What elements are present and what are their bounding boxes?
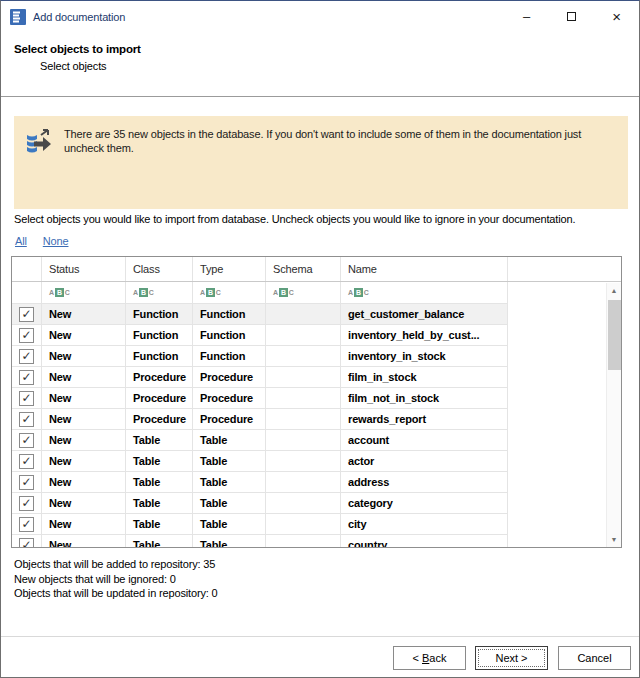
cell-schema	[266, 409, 341, 430]
cell-name: address	[341, 472, 508, 493]
cell-schema	[266, 493, 341, 514]
cell-type: Table	[193, 472, 266, 493]
cell-status: New	[42, 346, 126, 367]
row-checkbox[interactable]: ✓	[19, 454, 34, 469]
cell-schema	[266, 304, 341, 325]
cell-class: Procedure	[126, 388, 193, 409]
abc-filter-icon: ABC	[133, 288, 154, 297]
maximize-button[interactable]	[549, 1, 594, 32]
filter-type[interactable]: ABC	[193, 282, 266, 304]
scroll-down-button[interactable]: ▼	[607, 532, 621, 547]
check-icon: ✓	[22, 350, 32, 362]
row-checkbox[interactable]: ✓	[19, 349, 34, 364]
filter-class[interactable]: ABC	[126, 282, 193, 304]
cell-schema	[266, 367, 341, 388]
titlebar[interactable]: Add documentation – ×	[1, 1, 639, 32]
scroll-up-icon: ▲	[611, 287, 618, 294]
scrollbar-thumb[interactable]	[608, 300, 621, 370]
abc-filter-icon: ABC	[348, 288, 369, 297]
filter-status[interactable]: ABC	[42, 282, 126, 304]
row-checkbox[interactable]: ✓	[19, 517, 34, 532]
cell-name: film_in_stock	[341, 367, 508, 388]
table-row[interactable]: ✓ New Table Table address	[12, 472, 621, 493]
cell-type: Table	[193, 514, 266, 535]
abc-filter-icon: ABC	[273, 288, 294, 297]
cell-status: New	[42, 514, 126, 535]
select-none-link[interactable]: None	[43, 235, 69, 247]
cell-type: Table	[193, 430, 266, 451]
check-icon: ✓	[22, 413, 32, 425]
table-row[interactable]: ✓ New Table Table country	[12, 535, 621, 548]
column-header-schema[interactable]: Schema	[266, 257, 341, 281]
cell-schema	[266, 325, 341, 346]
cell-name: category	[341, 493, 508, 514]
row-checkbox[interactable]: ✓	[19, 433, 34, 448]
filter-name[interactable]: ABC	[341, 282, 508, 304]
window-title: Add documentation	[33, 11, 125, 23]
table-row[interactable]: ✓ New Function Function inventory_in_sto…	[12, 346, 621, 367]
cell-schema	[266, 535, 341, 548]
cell-class: Table	[126, 514, 193, 535]
cell-status: New	[42, 325, 126, 346]
table-row[interactable]: ✓ New Procedure Procedure rewards_report	[12, 409, 621, 430]
table-filter-row: ABC ABC ABC ABC ABC	[12, 282, 621, 304]
table-row[interactable]: ✓ New Function Function get_customer_bal…	[12, 304, 621, 325]
footer-divider	[1, 636, 639, 637]
summary-updated: Objects that will be updated in reposito…	[14, 586, 218, 601]
cell-schema	[266, 388, 341, 409]
vertical-scrollbar[interactable]: ▲ ▼	[606, 283, 621, 547]
column-header-name[interactable]: Name	[341, 257, 508, 281]
info-banner: There are 35 new objects in the database…	[14, 116, 628, 209]
cell-type: Function	[193, 304, 266, 325]
cell-name: city	[341, 514, 508, 535]
row-checkbox[interactable]: ✓	[19, 412, 34, 427]
check-icon: ✓	[22, 434, 32, 446]
table-row[interactable]: ✓ New Table Table account	[12, 430, 621, 451]
scroll-down-icon: ▼	[611, 536, 618, 543]
next-button[interactable]: Next >	[475, 646, 548, 670]
row-checkbox[interactable]: ✓	[19, 391, 34, 406]
cell-status: New	[42, 409, 126, 430]
row-checkbox[interactable]: ✓	[19, 538, 34, 549]
header-checkbox-column	[12, 257, 42, 281]
filter-schema[interactable]: ABC	[266, 282, 341, 304]
wizard-header: Select objects to import Select objects	[1, 32, 639, 97]
column-header-type[interactable]: Type	[193, 257, 266, 281]
table-row[interactable]: ✓ New Table Table category	[12, 493, 621, 514]
cell-status: New	[42, 451, 126, 472]
cell-schema	[266, 451, 341, 472]
check-icon: ✓	[22, 455, 32, 467]
row-checkbox[interactable]: ✓	[19, 475, 34, 490]
scroll-up-button[interactable]: ▲	[607, 283, 621, 298]
summary-ignored: New objects that will be ignored: 0	[14, 572, 218, 587]
table-row[interactable]: ✓ New Procedure Procedure film_in_stock	[12, 367, 621, 388]
app-logo-icon	[10, 9, 26, 25]
row-checkbox[interactable]: ✓	[19, 328, 34, 343]
table-row[interactable]: ✓ New Table Table actor	[12, 451, 621, 472]
summary-block: Objects that will be added to repository…	[14, 557, 218, 601]
cell-class: Table	[126, 535, 193, 548]
column-header-status[interactable]: Status	[42, 257, 126, 281]
minimize-button[interactable]: –	[504, 1, 549, 32]
cell-schema	[266, 430, 341, 451]
table-row[interactable]: ✓ New Function Function inventory_held_b…	[12, 325, 621, 346]
select-all-link[interactable]: All	[15, 235, 27, 247]
import-database-icon	[26, 128, 54, 158]
check-icon: ✓	[22, 518, 32, 530]
cell-type: Procedure	[193, 409, 266, 430]
cell-class: Function	[126, 325, 193, 346]
column-header-class[interactable]: Class	[126, 257, 193, 281]
cancel-button[interactable]: Cancel	[558, 646, 631, 670]
row-checkbox[interactable]: ✓	[19, 307, 34, 322]
back-button[interactable]: < Back	[393, 646, 466, 670]
cell-name: actor	[341, 451, 508, 472]
close-button[interactable]: ×	[594, 1, 639, 32]
row-checkbox[interactable]: ✓	[19, 496, 34, 511]
table-row[interactable]: ✓ New Table Table city	[12, 514, 621, 535]
cell-class: Table	[126, 472, 193, 493]
row-checkbox[interactable]: ✓	[19, 370, 34, 385]
table-row[interactable]: ✓ New Procedure Procedure film_not_in_st…	[12, 388, 621, 409]
wizard-buttons: < Back Next > Cancel	[384, 646, 631, 670]
cell-schema	[266, 346, 341, 367]
summary-added: Objects that will be added to repository…	[14, 557, 218, 572]
